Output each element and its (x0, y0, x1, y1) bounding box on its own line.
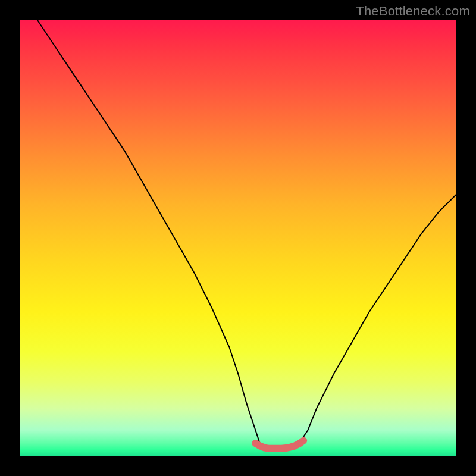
bottleneck-curve (37, 20, 456, 447)
plot-area (20, 20, 456, 456)
flat-bottom-highlight (255, 441, 303, 449)
chart-frame: TheBottleneck.com (0, 0, 476, 476)
curve-layer (20, 20, 456, 456)
watermark-text: TheBottleneck.com (356, 4, 470, 19)
